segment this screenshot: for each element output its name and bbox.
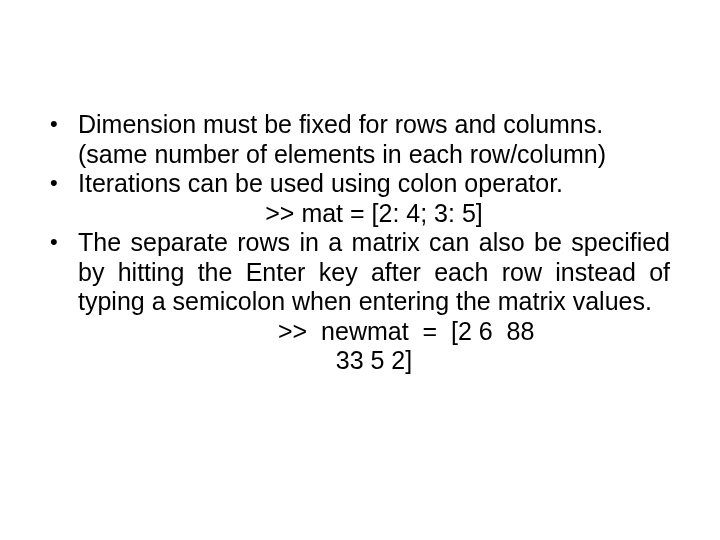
slide-body: Dimension must be fixed for rows and col… xyxy=(0,0,720,540)
bullet-1: Dimension must be fixed for rows and col… xyxy=(50,110,670,169)
bullet-2-line1: Iterations can be used using colon opera… xyxy=(78,169,563,197)
bullet-3-text: The separate rows in a matrix can also b… xyxy=(78,228,670,315)
bullet-3: The separate rows in a matrix can also b… xyxy=(50,228,670,376)
bullet-1-line1: Dimension must be fixed for rows and col… xyxy=(78,110,603,138)
bullet-3-code2: 33 5 2] xyxy=(78,346,670,376)
bullet-2: Iterations can be used using colon opera… xyxy=(50,169,670,228)
bullet-list: Dimension must be fixed for rows and col… xyxy=(50,110,670,376)
bullet-1-line2: (same number of elements in each row/col… xyxy=(78,140,670,170)
bullet-3-code1: >> newmat = [2 6 88 xyxy=(78,317,670,347)
bullet-2-code: >> mat = [2: 4; 3: 5] xyxy=(78,199,670,229)
